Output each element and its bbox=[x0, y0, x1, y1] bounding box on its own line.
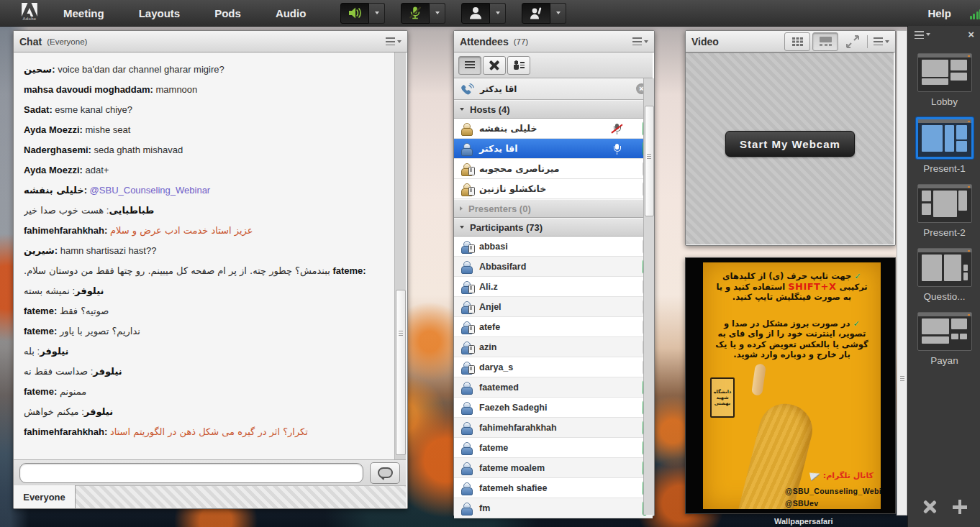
participant-row[interactable]: faatemed bbox=[454, 377, 653, 398]
hosts-section-header[interactable]: Hosts (4) bbox=[454, 100, 653, 119]
presenters-section-header[interactable]: Presenters (0) bbox=[454, 199, 653, 218]
speaker-icon bbox=[347, 5, 363, 21]
chat-message: fahimehfarahkhah: عزیز استاد خدمت ادب عر… bbox=[24, 221, 391, 241]
raise-hand-button[interactable] bbox=[522, 3, 550, 24]
attendee-name: fateme moalem bbox=[479, 463, 545, 473]
layout-item-payan[interactable]: Payan bbox=[908, 312, 980, 366]
microphone-muted-icon bbox=[612, 124, 621, 134]
connection-signal-icon[interactable] bbox=[970, 7, 980, 19]
participant-row[interactable]: azin bbox=[454, 337, 653, 357]
layout-item-present2[interactable]: Present-2 bbox=[908, 184, 980, 238]
microphone-dropdown-button[interactable] bbox=[430, 3, 445, 24]
poster-tip-2: ✓ در صورت بروز مشکل در صدا و تصویر، اینت… bbox=[714, 319, 871, 360]
attendee-name: atefe bbox=[479, 322, 500, 332]
layout-item-questio[interactable]: Questio... bbox=[908, 248, 980, 302]
menu-meeting[interactable]: Meeting bbox=[63, 7, 104, 19]
video-pod-options-icon[interactable] bbox=[874, 37, 889, 45]
chat-message-area: سحین: voice ba'dan dar channel gharar mi… bbox=[14, 52, 406, 459]
chat-pod-options-icon[interactable] bbox=[386, 37, 401, 45]
menu-audio[interactable]: Audio bbox=[276, 7, 307, 19]
layout-item-present1[interactable]: Present-1 bbox=[908, 117, 980, 174]
application-window: Adobe Meeting Layouts Pods Audio bbox=[0, 0, 980, 527]
layout-thumbnail[interactable] bbox=[917, 312, 972, 351]
manage-layouts-tools-icon[interactable] bbox=[922, 500, 937, 514]
layout-item-lobby[interactable]: Lobby bbox=[908, 53, 980, 107]
poster-tip-1: ✓ جهت تایپ حرف (ی) از کلیدهای ترکیبی SHI… bbox=[714, 271, 871, 303]
chat-message: ببندمش؟ چطور چته. از پر ام صفحه کل میبین… bbox=[24, 261, 391, 281]
host-row[interactable]: خلیلی بنفشه bbox=[454, 119, 653, 139]
chat-tab-filler bbox=[76, 485, 406, 508]
share-pod: ✓ جهت تایپ حرف (ی) از کلیدهای ترکیبی SHI… bbox=[685, 257, 896, 514]
attendees-pod-options-icon[interactable] bbox=[632, 37, 648, 45]
chat-scrollbar-thumb[interactable] bbox=[396, 290, 406, 455]
microphone-button[interactable] bbox=[401, 3, 430, 24]
webcam-button[interactable] bbox=[461, 3, 490, 24]
participant-row[interactable]: fateme moalem bbox=[454, 458, 653, 478]
participant-row[interactable]: fateme bbox=[454, 438, 653, 458]
attendees-toolbar bbox=[454, 52, 653, 78]
layout-label: Payan bbox=[930, 355, 958, 366]
participant-row[interactable]: atefe bbox=[454, 317, 653, 337]
raise-hand-icon bbox=[528, 5, 544, 21]
participant-row[interactable]: Faezeh Sadeghi bbox=[454, 398, 653, 418]
layout-thumbnail[interactable] bbox=[916, 117, 974, 159]
attendee-device-icon bbox=[460, 241, 473, 252]
chat-scrollbar[interactable] bbox=[394, 52, 406, 459]
attendee-name: darya_s bbox=[479, 362, 513, 372]
speaker-button[interactable] bbox=[340, 3, 369, 24]
send-message-button[interactable] bbox=[370, 462, 400, 484]
participant-row[interactable]: Ali.z bbox=[454, 277, 653, 297]
breakout-view-button[interactable] bbox=[483, 56, 506, 75]
chat-message: نمیشه بسته :نیلوفر bbox=[24, 281, 391, 301]
participants-section-header[interactable]: Participants (73) bbox=[454, 218, 653, 237]
share-area-scrollbar[interactable] bbox=[897, 30, 907, 515]
host-row[interactable]: خانکشلو نازنین bbox=[454, 179, 653, 199]
menu-layouts[interactable]: Layouts bbox=[139, 7, 181, 19]
attendees-scrollbar[interactable] bbox=[643, 78, 654, 515]
host-row[interactable]: میرناصری محجوبه bbox=[454, 159, 653, 179]
attendee-device-icon bbox=[460, 321, 473, 333]
participant-row[interactable]: fahimehfarahkhah bbox=[454, 418, 653, 438]
chat-input[interactable] bbox=[19, 463, 363, 483]
video-grid-view-button[interactable] bbox=[784, 32, 810, 51]
video-filmstrip-view-button[interactable] bbox=[812, 32, 838, 51]
chat-message: fateme: صوتیه؟ فقط bbox=[24, 301, 391, 321]
chat-message: fateme: ممنونم bbox=[24, 382, 391, 402]
attendee-person-icon bbox=[460, 503, 473, 514]
add-layout-icon[interactable] bbox=[953, 500, 967, 514]
speaker-dropdown-button[interactable] bbox=[369, 3, 385, 24]
participant-row[interactable]: Anjel bbox=[454, 297, 653, 317]
attendees-pod-header: Attendees (77) bbox=[454, 31, 654, 52]
participant-row[interactable]: fm bbox=[454, 498, 653, 518]
participant-row[interactable]: abbasi bbox=[454, 237, 653, 257]
chat-message: Ayda Moezzi: adat+ bbox=[24, 160, 391, 180]
start-webcam-button[interactable]: Start My Webcam bbox=[725, 131, 855, 157]
tab-everyone[interactable]: Everyone bbox=[14, 485, 76, 508]
attendee-device-icon bbox=[460, 163, 473, 175]
attendees-pod-title: Attendees bbox=[460, 36, 509, 47]
sidebar-options-icon[interactable] bbox=[915, 31, 924, 39]
chat-message: سحین: voice ba'dan dar channel gharar mi… bbox=[24, 60, 391, 80]
chat-message: fahimehfarahkhah: تکرار؟ اثر در گیره می … bbox=[24, 422, 391, 442]
attendee-person-icon bbox=[460, 382, 473, 393]
attendee-name: اقا یدکتر bbox=[479, 143, 518, 154]
menu-pods[interactable]: Pods bbox=[214, 7, 241, 19]
host-row[interactable]: اقا یدکتر bbox=[454, 139, 653, 159]
layout-thumbnail[interactable] bbox=[917, 184, 972, 223]
webcam-control bbox=[461, 3, 506, 24]
attendee-list-view-button[interactable] bbox=[458, 56, 481, 75]
help-menu[interactable]: Help bbox=[927, 7, 951, 19]
layout-thumbnail[interactable] bbox=[917, 53, 972, 92]
participant-row[interactable]: darya_s bbox=[454, 357, 653, 377]
attendee-status-view-button[interactable] bbox=[507, 56, 530, 75]
layout-label: Present-1 bbox=[923, 163, 966, 174]
status-dropdown-button[interactable] bbox=[550, 3, 566, 24]
fullscreen-icon[interactable] bbox=[845, 35, 860, 49]
chat-message: خلیلی بنفشه: @SBU_Counseling_Webinar bbox=[24, 180, 391, 201]
webcam-dropdown-button[interactable] bbox=[490, 3, 506, 24]
participant-row[interactable]: fatemeh shafiee bbox=[454, 478, 653, 498]
sidebar-close-icon[interactable]: × bbox=[968, 29, 974, 40]
layout-thumbnail[interactable] bbox=[917, 248, 972, 287]
attendees-scrollbar-thumb[interactable] bbox=[645, 106, 654, 216]
participant-row[interactable]: Abbasifard bbox=[454, 257, 653, 277]
